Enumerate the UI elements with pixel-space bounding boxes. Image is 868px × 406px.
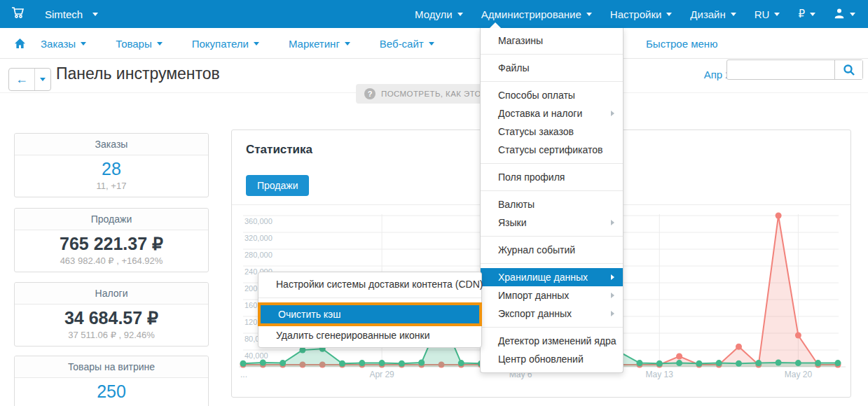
admin-menu-item[interactable]: Статусы заказов [481, 122, 623, 141]
card-value: 34 684.57 ₽ [15, 308, 208, 328]
topbar-menu-modules[interactable]: Модули [415, 8, 463, 20]
brand-menu[interactable]: Simtech [45, 8, 98, 20]
admin-menu-item[interactable]: Журнал событий [481, 241, 623, 259]
admin-menu-item[interactable]: Центр обновлений [481, 350, 623, 368]
menu-item-label: Магазины [498, 35, 543, 46]
admin-menu-item[interactable]: Хранилище данных [481, 268, 623, 286]
card-title: Товары на витрине [15, 356, 208, 378]
card-title: Налоги [15, 283, 208, 304]
x-axis-label: Apr 29 [369, 370, 394, 379]
chevron-down-icon [345, 42, 350, 46]
topbar-menu-label: ₽ [798, 8, 805, 20]
menu-divider [481, 54, 623, 55]
topbar-menu-language[interactable]: RU [755, 8, 780, 20]
admin-menu-item[interactable]: Детектор изменений ядра [481, 332, 623, 350]
chevron-down-icon [429, 42, 434, 46]
menu-item-label: Поля профиля [498, 172, 565, 183]
summary-card-2: Продажи765 221.37 ₽463 982.40 ₽ , +164.9… [14, 208, 209, 272]
topbar-menu-label: Модули [415, 8, 453, 20]
admin-menu-item[interactable]: Способы оплаты [481, 86, 623, 104]
menu-item-label: Языки [498, 217, 527, 228]
menu-item-label: Очистить кэш [278, 309, 341, 320]
summary-card-3: Налоги34 684.57 ₽37 511.06 ₽ , 92.46% [14, 282, 209, 346]
topbar-menu-design[interactable]: Дизайн [690, 8, 736, 20]
sales-tab-button[interactable]: Продажи [246, 175, 309, 196]
card-body: 765 221.37 ₽463 982.40 ₽ , +164.92% [15, 230, 208, 272]
card-subvalue: 463 982.40 ₽ , +164.92% [15, 255, 208, 266]
quick-menu-link[interactable]: Быстрое меню [646, 28, 717, 59]
storage-submenu-item[interactable]: Настройки системы доставки контента (CDN… [259, 275, 481, 293]
user-icon [834, 8, 845, 21]
topbar-menu-currency[interactable]: ₽ [798, 8, 815, 20]
menu-divider [481, 190, 623, 191]
chevron-down-icon [666, 13, 672, 16]
card-title: Заказы [15, 134, 208, 155]
search-input[interactable] [727, 60, 834, 79]
back-dropdown-button[interactable] [35, 69, 50, 90]
chevron-down-icon [81, 42, 86, 46]
search-button[interactable] [834, 60, 862, 79]
chevron-down-icon [774, 13, 780, 16]
nav-item-label: Веб-сайт [380, 38, 424, 50]
chevron-right-icon [611, 293, 614, 298]
card-body: 34 684.57 ₽37 511.06 ₽ , 92.46% [15, 304, 208, 346]
x-axis-label: May 13 [646, 370, 673, 379]
storage-submenu-item[interactable]: Очистить кэш [258, 302, 482, 326]
topbar-menu-label: Администрирование [481, 8, 581, 20]
topbar-menu-label: RU [755, 8, 770, 20]
menu-item-label: Центр обновлений [498, 354, 584, 365]
chevron-right-icon [611, 220, 614, 225]
nav-item-orders[interactable]: Заказы [41, 38, 86, 50]
admin-menu-item[interactable]: Валюты [481, 195, 623, 214]
nav-item-marketing[interactable]: Маркетинг [289, 38, 350, 50]
admin-menu-item[interactable]: Магазины [481, 31, 623, 50]
nav-item-products[interactable]: Товары [116, 38, 163, 50]
menu-divider [481, 163, 623, 164]
menu-divider [481, 236, 623, 237]
page-title: Панель инструментов [56, 64, 220, 83]
menu-item-label: Статусы сертификатов [498, 144, 602, 155]
topbar-menu-settings[interactable]: Настройки [610, 8, 673, 20]
x-axis-label: May 20 [785, 370, 812, 379]
chevron-down-icon [586, 13, 592, 16]
home-icon[interactable] [14, 38, 26, 52]
nav-item-customers[interactable]: Покупатели [192, 38, 259, 50]
menu-item-label: Хранилище данных [498, 272, 588, 283]
y-axis-label: 320,000 [244, 234, 273, 242]
nav-item-website[interactable]: Веб-сайт [380, 38, 434, 50]
summary-card-1: Заказы2811, +17 [14, 133, 209, 197]
y-axis-label: 40,000 [244, 351, 268, 360]
search-box [726, 59, 863, 80]
quick-menu-label: Быстрое меню [646, 38, 717, 50]
admin-menu-item[interactable]: Языки [481, 214, 623, 232]
admin-menu-item[interactable]: Поля профиля [481, 168, 623, 186]
menu-item-label: Настройки системы доставки контента (CDN… [276, 279, 483, 290]
chevron-down-icon [40, 78, 46, 81]
nav-item-label: Маркетинг [289, 38, 340, 50]
menu-item-label: Экспорт данных [498, 308, 572, 319]
card-title: Продажи [15, 209, 208, 230]
card-value: 28 [15, 159, 208, 179]
back-button-group: ← [8, 68, 51, 91]
chevron-down-icon [731, 13, 736, 16]
topbar-menu-label: Настройки [610, 8, 662, 20]
menu-divider [481, 263, 623, 264]
summary-card-4: Товары на витрине250 [14, 356, 209, 406]
user-menu[interactable] [834, 8, 855, 21]
admin-menu-item[interactable]: Доставка и налоги [481, 104, 623, 122]
admin-menu-item[interactable]: Статусы сертификатов [481, 141, 623, 159]
y-axis-label: 360,000 [244, 217, 273, 225]
top-bar: Simtech МодулиАдминистрированиеНастройки… [0, 0, 868, 28]
admin-menu-item[interactable]: Импорт данных [481, 286, 623, 304]
back-button[interactable]: ← [9, 69, 35, 90]
card-subvalue: 37 511.06 ₽ , 92.46% [15, 330, 208, 340]
administration-dropdown-menu: МагазиныФайлыСпособы оплатыДоставка и на… [480, 28, 624, 373]
arrow-left-icon: ← [15, 72, 28, 87]
menu-item-label: Детектор изменений ядра [498, 335, 616, 346]
admin-menu-item[interactable]: Экспорт данных [481, 304, 623, 323]
admin-menu-item[interactable]: Файлы [481, 59, 623, 77]
topbar-menus: МодулиАдминистрированиеНастройкиДизайнRU… [415, 0, 855, 28]
card-subvalue: 11, +17 [15, 181, 208, 191]
storage-submenu-item[interactable]: Удалить сгенерированные иконки [259, 326, 481, 344]
topbar-menu-administration[interactable]: Администрирование [481, 8, 592, 20]
